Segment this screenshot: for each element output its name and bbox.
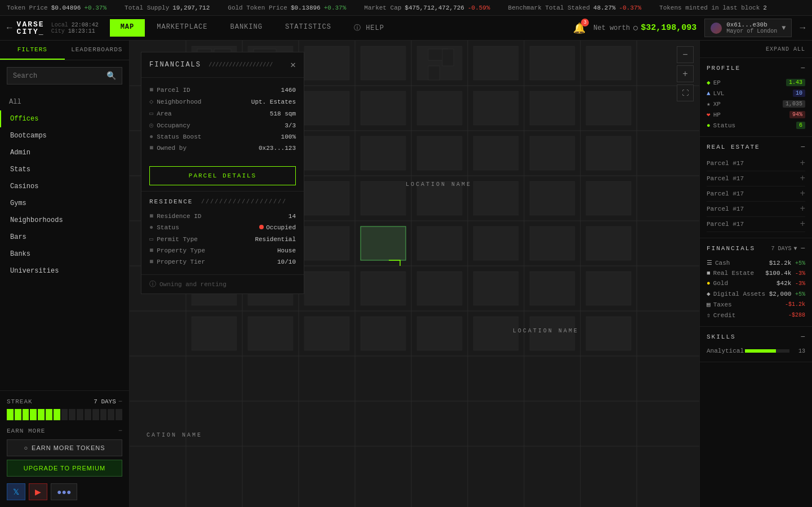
credit-icon: ⇧	[707, 312, 711, 319]
wallet-display[interactable]: 0x61...e30b Mayor of London ▼	[704, 19, 792, 37]
panel-title-financials: FINANCIALS	[149, 61, 201, 69]
sidebar-item-offices[interactable]: Offices	[0, 110, 129, 127]
re-fin-label: Real Estate	[713, 270, 755, 277]
credit-label: Credit	[713, 312, 736, 319]
re-item-3: Parcel #17 +	[707, 186, 805, 202]
re-icon: ■	[707, 270, 711, 277]
panel-footer[interactable]: ⓘ Owning and renting	[141, 274, 304, 293]
upgrade-premium-button[interactable]: UPGRADE TO PREMIUM	[7, 460, 122, 477]
discord-button[interactable]: ●●●	[51, 483, 77, 500]
property-tier-label: Property Tier	[157, 259, 205, 265]
svg-rect-63	[473, 272, 518, 305]
profile-collapse-button[interactable]: −	[801, 64, 805, 73]
svg-rect-45	[304, 181, 349, 215]
sidebar-item-bars[interactable]: Bars	[0, 229, 129, 246]
re-add-3[interactable]: +	[800, 189, 805, 199]
svg-rect-21	[304, 46, 349, 80]
re-label-1: Parcel #17	[707, 160, 744, 167]
fullscreen-button[interactable]: ⛶	[677, 84, 694, 101]
svg-rect-71	[473, 317, 518, 350]
coin-icon: ◯	[633, 24, 637, 32]
nav-banking[interactable]: BANKING	[219, 19, 273, 37]
re-add-1[interactable]: +	[800, 158, 805, 168]
panel-close-button[interactable]: ✕	[290, 59, 296, 70]
panel-row-neighborhood: ◇Neighborhood Upt. Estates	[149, 96, 296, 108]
youtube-button[interactable]: ▶	[29, 483, 47, 500]
time-city-value: 18:23:11	[68, 28, 95, 34]
ticker-token-price: Token Price $0.04896 +0.37%	[7, 5, 107, 11]
financials-period-selector[interactable]: 7 DAYS ▼	[771, 246, 797, 252]
earn-tokens-button[interactable]: ○ EARN MORE TOKENS	[7, 439, 122, 456]
sidebar-item-bootcamps[interactable]: Bootcamps	[0, 127, 129, 144]
search-input[interactable]	[13, 72, 102, 80]
ticker-label-benchmark: Benchmark Total Staked	[508, 5, 590, 11]
forward-button[interactable]: →	[800, 23, 805, 33]
zoom-out-button[interactable]: −	[677, 46, 694, 63]
sidebar-item-all[interactable]: All	[0, 94, 129, 110]
skills-collapse-button[interactable]: −	[801, 332, 805, 341]
sidebar-item-casinos[interactable]: Casinos	[0, 178, 129, 195]
xp-value: 1,035	[783, 100, 805, 108]
parcel-details-button[interactable]: PARCEL DETAILS	[149, 166, 296, 185]
re-add-5[interactable]: +	[800, 219, 805, 229]
sidebar-item-gyms[interactable]: Gyms	[0, 195, 129, 212]
owned-by-label: Owned by	[157, 145, 187, 152]
area-icon: ▭	[149, 109, 153, 118]
neighborhood-label: Neighborhood	[157, 99, 201, 105]
status-boost-label: Status Boost	[157, 134, 201, 140]
panel-deco-financials: ///////////////////	[208, 62, 273, 68]
svg-rect-47	[417, 181, 462, 215]
streak-bar-5	[38, 409, 45, 420]
svg-rect-70	[417, 317, 462, 350]
back-button[interactable]: ←	[7, 23, 12, 33]
notification-button[interactable]: 🔔 3	[573, 22, 585, 34]
ticker-label-mcap: Market Cap	[364, 5, 401, 11]
tab-filters[interactable]: FILTERS	[0, 41, 65, 60]
ep-icon: ◆	[707, 79, 711, 86]
nav-map[interactable]: MAP	[110, 19, 145, 37]
permit-type-value: Residential	[255, 236, 296, 243]
panel-row-occupancy: ◎Occupancy 3/3	[149, 119, 296, 131]
svg-rect-83	[442, 49, 454, 66]
sidebar-item-neighborhoods[interactable]: Neighborhoods	[0, 212, 129, 229]
streak-bar-13	[100, 409, 107, 420]
svg-rect-22	[361, 46, 406, 80]
digital-icon: ◆	[707, 290, 711, 297]
sidebar-item-admin[interactable]: Admin	[0, 144, 129, 161]
svg-rect-40	[473, 136, 518, 170]
svg-rect-67	[248, 317, 293, 350]
sidebar-item-stats[interactable]: Stats	[0, 161, 129, 178]
zoom-in-button[interactable]: +	[677, 65, 694, 82]
financials-collapse-button[interactable]: −	[801, 244, 805, 253]
svg-rect-82	[428, 66, 440, 80]
twitter-button[interactable]: 𝕏	[7, 483, 25, 500]
svg-rect-73	[586, 317, 631, 350]
ticker-change-mcap: -0.59%	[468, 5, 490, 11]
re-add-4[interactable]: +	[800, 204, 805, 214]
ep-value: 1.43	[786, 79, 805, 86]
parcel-id-value: 1460	[281, 87, 296, 94]
map-area[interactable]: LOCATION NAME LOCATION NAME CATION NAME …	[130, 41, 699, 507]
analytical-bar-fill	[745, 349, 776, 353]
sidebar-item-banks[interactable]: Banks	[0, 246, 129, 263]
panel-row-status-boost: ●Status Boost 100%	[149, 131, 296, 143]
streak-label: STREAK	[7, 398, 33, 405]
real-estate-collapse-button[interactable]: −	[801, 143, 805, 152]
sidebar-item-universities[interactable]: Universities	[0, 263, 129, 279]
svg-rect-72	[530, 317, 575, 350]
ticker-value-gold: $0.13896	[291, 5, 321, 11]
streak-bar-9	[69, 409, 76, 420]
nav-marketplace[interactable]: MARKETPLACE	[146, 19, 218, 37]
re-add-2[interactable]: +	[800, 174, 805, 184]
ticker-label-minted: Tokens minted in last block	[659, 5, 760, 11]
nav-help[interactable]: ⓘ HELP	[343, 19, 395, 37]
property-tier-value: 10/10	[277, 259, 296, 265]
panel-row-status: ●Status Occupied	[149, 222, 296, 233]
tab-leaderboards[interactable]: LEADERBOARDS	[65, 41, 130, 60]
social-buttons: 𝕏 ▶ ●●●	[7, 483, 122, 500]
ticker-benchmark: Benchmark Total Staked 48.27% -0.37%	[508, 5, 641, 11]
svg-rect-62	[417, 272, 462, 305]
real-estate-section-title: REAL ESTATE	[707, 144, 760, 150]
expand-all-button[interactable]: EXPAND ALL	[766, 46, 805, 52]
nav-statistics[interactable]: STATISTICS	[274, 19, 342, 37]
